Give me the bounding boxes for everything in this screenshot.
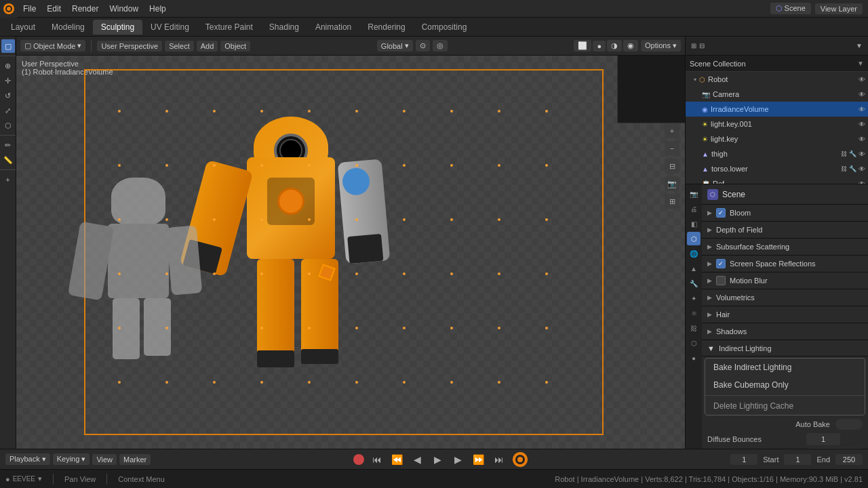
viewport-canvas[interactable]: User Perspective (1) Robot·IrradianceVol… — [16, 56, 685, 449]
transform-orientation[interactable]: Global ▾ — [377, 40, 413, 52]
outliner-item-irradiance[interactable]: ◉ IrradianceVolume 👁 — [686, 102, 868, 117]
tab-shading[interactable]: Shading — [261, 20, 307, 35]
prop-icon-world[interactable]: 🌐 — [687, 247, 701, 260]
tool-measure[interactable]: 📏 — [1, 153, 15, 167]
prop-icon-output[interactable]: 🖨 — [687, 202, 701, 216]
diffuse-bounces-field[interactable]: 1 — [806, 433, 840, 445]
prop-icon-modifier[interactable]: 🔧 — [687, 277, 701, 290]
filter-icon[interactable]: ▼ — [856, 42, 863, 49]
camera-visibility-icon[interactable]: 👁 — [859, 91, 865, 98]
ssr-header[interactable]: ▶ Screen Space Reflections — [702, 256, 868, 272]
object-btn[interactable]: Object — [220, 41, 250, 52]
prev-keyframe-btn[interactable]: ⏪ — [390, 452, 405, 467]
engine-selector[interactable]: ● EEVEE ▾ — [5, 474, 42, 483]
marker-selector[interactable]: Marker — [119, 454, 151, 465]
tool-move[interactable]: ✛ — [1, 74, 15, 87]
bake-cubemap-btn[interactable]: Bake Cubemap Only — [705, 376, 865, 394]
tab-sculpting[interactable]: Sculpting — [93, 20, 142, 35]
mode-selector[interactable]: ▢ Object Mode ▾ — [20, 40, 85, 52]
prop-icon-object[interactable]: ▲ — [687, 262, 701, 275]
viewport-selector[interactable]: User Perspective — [97, 41, 162, 52]
playback-selector[interactable]: Playback ▾ — [5, 453, 50, 465]
outliner-item-robot[interactable]: ▾ ⬡ Robot 👁 — [686, 72, 868, 87]
shadows-header[interactable]: ▶ Shadows — [702, 323, 868, 340]
tool-scale[interactable]: ⤢ — [1, 104, 15, 117]
tool-select[interactable]: ▢ — [1, 39, 15, 53]
tab-texture-paint[interactable]: Texture Paint — [197, 20, 261, 35]
menu-edit[interactable]: Edit — [41, 0, 66, 17]
scene-selector[interactable]: ⬡ Scene — [770, 3, 811, 14]
tab-rendering[interactable]: Rendering — [359, 20, 413, 35]
outliner-item-light-key[interactable]: ☀ light.key 👁 — [686, 131, 868, 146]
keying-selector[interactable]: Keying ▾ — [53, 453, 90, 465]
thigh-visibility-icon[interactable]: 👁 — [859, 150, 865, 158]
auto-bake-toggle[interactable] — [835, 419, 863, 430]
ssr-checkbox[interactable] — [716, 259, 726, 268]
hair-header[interactable]: ▶ Hair — [702, 306, 868, 323]
outliner-item-camera[interactable]: 📷 Camera 👁 — [686, 87, 868, 102]
light-key-visibility-icon[interactable]: 👁 — [859, 136, 865, 143]
panel-icon-btn2[interactable]: ⊟ — [699, 42, 705, 49]
zoom-in-btn[interactable]: + — [665, 123, 679, 138]
tool-annotate[interactable]: ✏ — [1, 138, 15, 152]
step-back-btn[interactable]: ◀ — [410, 452, 425, 467]
tool-cursor[interactable]: ⊕ — [1, 59, 15, 73]
prop-icon-particles[interactable]: ✦ — [687, 291, 701, 305]
tab-layout[interactable]: Layout — [3, 20, 43, 35]
record-btn[interactable] — [353, 454, 364, 465]
next-keyframe-btn[interactable]: ⏩ — [471, 452, 486, 467]
camera-view-btn[interactable]: 📷 — [665, 176, 679, 191]
solid-btn[interactable]: ● — [593, 41, 606, 52]
start-frame[interactable]: 1 — [784, 454, 811, 465]
tool-rotate[interactable]: ↺ — [1, 89, 15, 102]
prop-icon-view-layer[interactable]: ◧ — [687, 217, 701, 230]
sss-header[interactable]: ▶ Subsurface Scattering — [702, 239, 868, 255]
timeline-blender-logo[interactable] — [512, 451, 528, 468]
menu-window[interactable]: Window — [104, 0, 144, 17]
prop-icon-scene[interactable]: ⬡ — [687, 232, 701, 245]
menu-render[interactable]: Render — [66, 0, 104, 17]
material-preview-btn[interactable]: ◑ — [607, 40, 622, 52]
outliner-item-thigh[interactable]: ▲ thigh ⛓ 🔧 👁 — [686, 146, 868, 161]
bloom-header[interactable]: ▶ Bloom — [702, 205, 868, 221]
menu-help[interactable]: Help — [144, 0, 172, 17]
tab-modeling[interactable]: Modeling — [43, 20, 93, 35]
outliner-item-ref[interactable]: 📋 Ref 👁 — [686, 176, 868, 184]
frame-all-btn[interactable]: ⊞ — [665, 194, 679, 209]
prop-icon-physics[interactable]: ⚛ — [687, 306, 701, 320]
delete-lighting-cache-btn[interactable]: Delete Lighting Cache — [705, 397, 865, 415]
indirect-lighting-header[interactable]: ▼ Indirect Lighting — [702, 340, 868, 357]
play-btn[interactable]: ▶ — [431, 452, 446, 467]
wireframe-btn[interactable]: ⬜ — [574, 40, 591, 52]
options-btn[interactable]: Options ▾ — [641, 40, 681, 52]
dof-header[interactable]: ▶ Depth of Field — [702, 222, 868, 238]
irradiance-visibility-icon[interactable]: 👁 — [859, 106, 865, 113]
tab-animation[interactable]: Animation — [307, 20, 359, 35]
menu-file[interactable]: File — [18, 0, 41, 17]
end-frame[interactable]: 250 — [835, 454, 863, 465]
cubemap-size-select[interactable]: 512px ▾ — [806, 448, 863, 449]
step-forward-btn[interactable]: ▶ — [451, 452, 466, 467]
ortho-toggle-btn[interactable]: ⊟ — [665, 159, 679, 174]
panel-icon-btn[interactable]: ⊞ — [691, 42, 696, 49]
outliner-filter-icon[interactable]: ▼ — [857, 60, 864, 67]
prop-icon-constraints[interactable]: ⛓ — [687, 321, 701, 335]
tool-add[interactable]: + — [1, 173, 15, 186]
skip-start-btn[interactable]: ⏮ — [370, 452, 384, 467]
skip-end-btn[interactable]: ⏭ — [492, 452, 507, 467]
tab-compositing[interactable]: Compositing — [414, 20, 475, 35]
current-frame[interactable]: 1 — [730, 454, 757, 465]
rendered-btn[interactable]: ◉ — [623, 40, 638, 52]
view-layer-selector[interactable]: View Layer — [815, 3, 863, 14]
proportional-btn[interactable]: ◎ — [433, 40, 448, 52]
select-btn[interactable]: Select — [165, 41, 194, 52]
volumetrics-header[interactable]: ▶ Volumetrics — [702, 289, 868, 306]
bloom-checkbox[interactable] — [716, 208, 726, 218]
tab-uv-editing[interactable]: UV Editing — [142, 20, 197, 35]
motion-blur-header[interactable]: ▶ Motion Blur — [702, 272, 868, 289]
motion-blur-checkbox[interactable] — [716, 276, 726, 285]
torso-visibility-icon[interactable]: 👁 — [859, 165, 865, 173]
outliner-item-torso-lower[interactable]: ▲ torso.lower ⛓ 🔧 👁 — [686, 161, 868, 176]
robot-visibility-icon[interactable]: 👁 — [859, 76, 865, 83]
add-btn[interactable]: Add — [197, 41, 218, 52]
